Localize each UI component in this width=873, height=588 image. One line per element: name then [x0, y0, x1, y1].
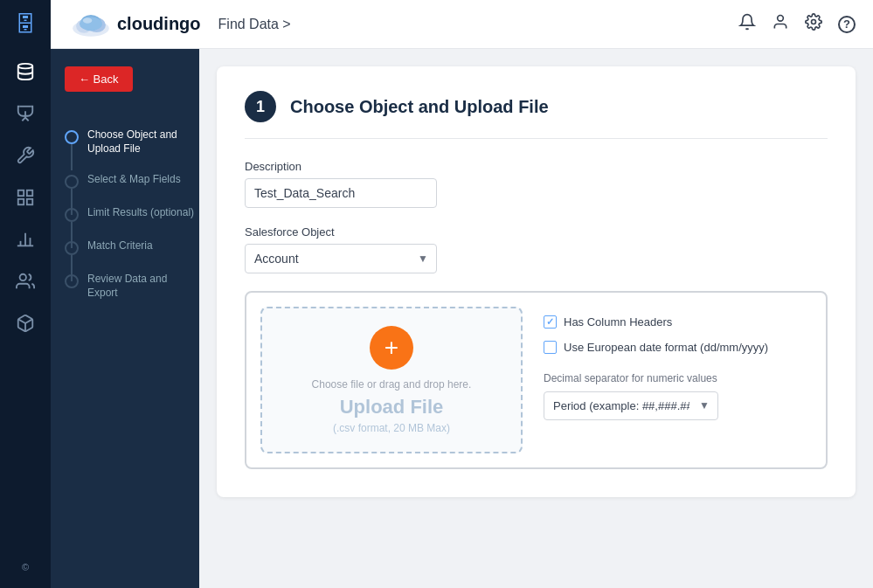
- decimal-separator-select[interactable]: Period (example: ##,###.##) Comma (examp…: [544, 391, 718, 420]
- step-label-2: Select & Map Fields: [87, 173, 181, 187]
- main-area: cloudingo Find Data > ?: [51, 0, 873, 588]
- sidebar-item-users[interactable]: [8, 264, 43, 299]
- decimal-section: Decimal separator for numeric values Per…: [544, 371, 812, 420]
- step-badge: 1: [245, 91, 276, 122]
- sidebar-logo: 🗄: [10, 9, 41, 40]
- step-item-2: Select & Map Fields: [65, 164, 199, 197]
- description-label: Description: [245, 160, 828, 173]
- svg-rect-3: [27, 199, 32, 204]
- step-item-5: Review Data and Export: [65, 264, 199, 308]
- svg-rect-4: [18, 199, 24, 204]
- sidebar-copyright: ©: [22, 562, 29, 579]
- svg-rect-1: [18, 190, 24, 196]
- content-row: ← Back Choose Object and Upload File Sel…: [51, 49, 873, 588]
- has-column-headers-checkbox[interactable]: [544, 315, 557, 329]
- description-section: Description: [245, 160, 828, 208]
- sidebar-item-grid[interactable]: [8, 180, 43, 215]
- step-circle-2: [65, 175, 79, 189]
- step-circle-5: [65, 274, 79, 288]
- sidebar-item-trophy[interactable]: [8, 96, 43, 131]
- left-panel: ← Back Choose Object and Upload File Sel…: [51, 49, 199, 588]
- top-navigation: cloudingo Find Data > ?: [51, 0, 873, 49]
- has-column-headers-label: Has Column Headers: [564, 315, 672, 329]
- svg-point-9: [20, 274, 26, 280]
- upload-plus-icon: +: [370, 326, 413, 370]
- step-label-4: Match Criteria: [87, 239, 153, 253]
- brand: cloudingo: [68, 10, 201, 38]
- step-label-1: Choose Object and Upload File: [87, 128, 199, 156]
- page-title: Find Data >: [218, 17, 291, 32]
- upload-sublabel: (.csv format, 20 MB Max): [333, 422, 450, 434]
- help-icon[interactable]: ?: [838, 16, 856, 33]
- main-card: 1 Choose Object and Upload File Descript…: [217, 66, 856, 497]
- decimal-separator-label: Decimal separator for numeric values: [544, 371, 812, 386]
- step-item-4: Match Criteria: [65, 231, 199, 264]
- main-content: 1 Choose Object and Upload File Descript…: [199, 49, 873, 588]
- european-date-row: Use European date format (dd/mm/yyyy): [544, 341, 812, 354]
- description-input[interactable]: [245, 178, 437, 208]
- sidebar-item-boxes[interactable]: [8, 306, 43, 341]
- sidebar-item-tools[interactable]: [8, 138, 43, 173]
- sidebar-item-database[interactable]: [8, 54, 43, 89]
- upload-dropzone[interactable]: + Choose file or drag and drop here. Upl…: [260, 307, 523, 453]
- svg-point-18: [812, 20, 816, 24]
- step-circle-1: [65, 130, 79, 144]
- svg-point-0: [18, 64, 33, 69]
- step-item-3: Limit Results (optional): [65, 197, 199, 231]
- salesforce-object-select[interactable]: Account Contact Lead Opportunity: [245, 244, 437, 273]
- salesforce-object-wrapper: Account Contact Lead Opportunity ▼: [245, 244, 437, 273]
- back-button[interactable]: ← Back: [65, 66, 133, 92]
- step-circle-3: [65, 208, 79, 222]
- gear-icon[interactable]: [805, 13, 822, 35]
- sidebar: 🗄 ©: [0, 0, 51, 588]
- user-icon[interactable]: [772, 13, 789, 35]
- european-date-checkbox[interactable]: [544, 341, 557, 354]
- step-circle-4: [65, 241, 79, 255]
- sidebar-item-chart[interactable]: [8, 222, 43, 257]
- step-item-1: Choose Object and Upload File: [65, 120, 199, 164]
- salesforce-object-label: Salesforce Object: [245, 225, 828, 239]
- has-column-headers-row: Has Column Headers: [544, 315, 812, 329]
- upload-label: Upload File: [340, 396, 444, 419]
- decimal-select-wrapper: Period (example: ##,###.##) Comma (examp…: [544, 391, 718, 420]
- european-date-label: Use European date format (dd/mm/yyyy): [564, 341, 768, 354]
- brand-logo: cloudingo: [68, 10, 201, 38]
- svg-point-17: [778, 16, 784, 22]
- upload-options: Has Column Headers Use European date for…: [544, 307, 812, 420]
- svg-point-16: [83, 17, 92, 24]
- svg-rect-2: [27, 190, 32, 196]
- step-label-5: Review Data and Export: [87, 273, 199, 300]
- salesforce-object-section: Salesforce Object Account Contact Lead O…: [245, 225, 828, 273]
- card-title: Choose Object and Upload File: [290, 97, 549, 117]
- upload-hint-text: Choose file or drag and drop here.: [312, 378, 472, 391]
- topnav-actions: ?: [738, 13, 856, 35]
- bell-icon[interactable]: [738, 13, 756, 35]
- card-header: 1 Choose Object and Upload File: [245, 91, 828, 139]
- step-label-3: Limit Results (optional): [87, 206, 194, 220]
- brand-name: cloudingo: [117, 14, 201, 34]
- upload-section: + Choose file or drag and drop here. Upl…: [245, 291, 828, 469]
